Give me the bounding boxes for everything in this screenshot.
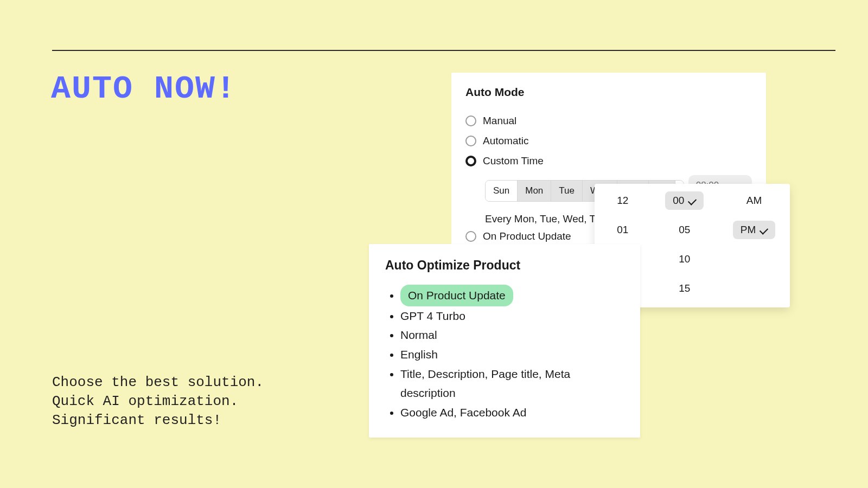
time-picker-ampm-option[interactable]: AM	[739, 191, 770, 210]
radio-icon	[465, 115, 476, 126]
tagline: Choose the best solution. Quick AI optim…	[52, 373, 264, 430]
list-item: English	[400, 345, 624, 364]
radio-manual[interactable]: Manual	[465, 115, 752, 127]
highlight-pill: On Product Update	[400, 285, 513, 306]
time-picker-minute-option[interactable]: 10	[671, 250, 698, 268]
radio-label: On Product Update	[483, 230, 571, 242]
time-picker-minute-option[interactable]: 05	[671, 221, 698, 239]
day-mon[interactable]: Mon	[518, 181, 551, 201]
auto-optimize-title: Auto Optimize Product	[385, 258, 624, 273]
check-icon	[760, 226, 768, 234]
divider	[52, 50, 835, 51]
radio-icon	[465, 156, 476, 166]
radio-label: Automatic	[483, 135, 528, 147]
radio-icon	[465, 231, 476, 242]
list-item: GPT 4 Turbo	[400, 306, 624, 326]
day-sun[interactable]: Sun	[486, 181, 518, 201]
check-icon	[688, 196, 697, 205]
optimize-list: On Product Update GPT 4 Turbo Normal Eng…	[385, 285, 624, 422]
auto-optimize-panel: Auto Optimize Product On Product Update …	[369, 244, 640, 438]
time-picker-minutes: 00 05 10 15	[665, 191, 704, 298]
time-picker-ampm-option[interactable]: PM	[733, 221, 776, 239]
list-item: Normal	[400, 325, 624, 345]
auto-mode-title: Auto Mode	[465, 86, 752, 99]
list-item: On Product Update	[400, 285, 624, 306]
radio-automatic[interactable]: Automatic	[465, 135, 752, 147]
radio-custom-time[interactable]: Custom Time	[465, 155, 752, 167]
time-picker-minute-option[interactable]: 00	[665, 191, 704, 210]
list-item: Google Ad, Facebook Ad	[400, 403, 624, 422]
radio-icon	[465, 136, 476, 146]
day-tue[interactable]: Tue	[551, 181, 583, 201]
headline: AUTO NOW!	[51, 70, 237, 107]
time-picker-minute-option[interactable]: 15	[671, 279, 698, 298]
time-picker-hour-option[interactable]: 12	[609, 191, 636, 210]
radio-label: Custom Time	[483, 155, 544, 167]
time-picker-ampm: AM PM	[733, 191, 776, 298]
list-item: Title, Description, Page title, Meta des…	[400, 364, 624, 403]
time-picker-hour-option[interactable]: 01	[609, 221, 636, 239]
radio-label: Manual	[483, 115, 516, 127]
ampm-value: PM	[741, 224, 756, 236]
minute-value: 00	[673, 195, 684, 207]
